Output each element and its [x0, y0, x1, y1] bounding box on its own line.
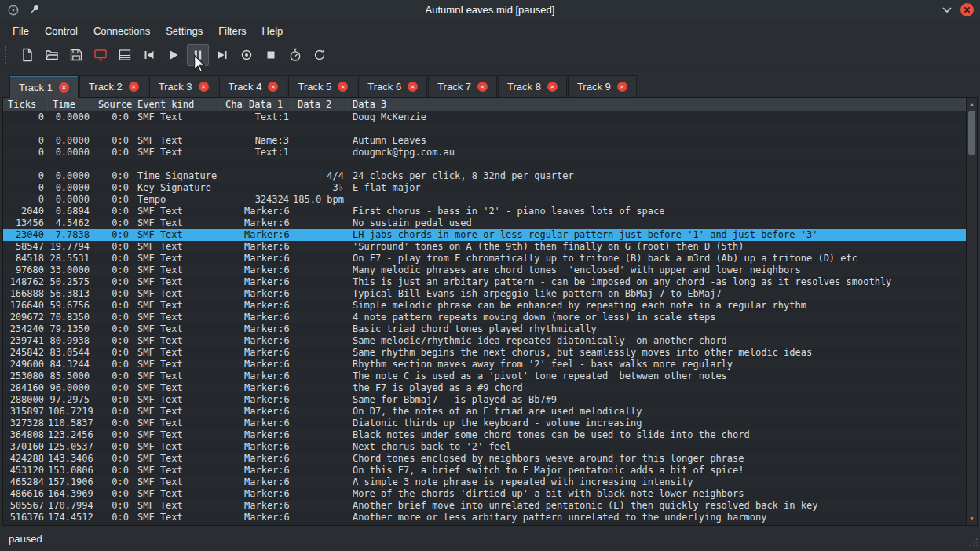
cell-ticks: 249600 — [3, 359, 48, 370]
column-header-source[interactable]: Source — [93, 98, 133, 111]
column-header-time[interactable]: Time — [48, 98, 93, 111]
table-row[interactable]: 00.00000:0SMF TextText:1Doug McKenzie — [3, 111, 966, 123]
close-button[interactable] — [960, 3, 974, 16]
tab-track-2[interactable]: Track 2✕ — [79, 75, 148, 97]
cell-event-kind: SMF Text — [133, 335, 221, 347]
menu-item-settings[interactable]: Settings — [158, 22, 210, 40]
tab-close-icon[interactable]: ✕ — [268, 82, 278, 92]
tab-track-7[interactable]: Track 7✕ — [428, 75, 497, 97]
table-row[interactable]: 465284157.19060:0SMF TextMarker:6A simpl… — [3, 476, 966, 488]
table-row[interactable]: 24960084.32440:0SMF TextMarker:6Rhythm s… — [3, 359, 966, 370]
tab-close-icon[interactable]: ✕ — [338, 82, 348, 92]
table-row[interactable] — [3, 159, 966, 170]
table-row[interactable]: 8451828.55310:0SMF TextMarker:6On F7 - p… — [3, 253, 966, 265]
tab-close-icon[interactable]: ✕ — [129, 82, 139, 92]
table-row[interactable]: 00.00000:0Key Signature3♭E flat major — [3, 182, 966, 194]
scroll-up-icon[interactable]: ▲ — [967, 100, 977, 109]
menu-item-filters[interactable]: Filters — [210, 22, 254, 40]
table-row[interactable]: 505567170.79940:0SMF TextMarker:6Another… — [3, 500, 966, 512]
table-row[interactable]: 453120153.08060:0SMF TextMarker:6On this… — [3, 465, 966, 476]
table-row[interactable]: 23424079.13500:0SMF TextMarker:6Basic tr… — [3, 323, 966, 335]
skip-backward-button[interactable] — [138, 44, 160, 66]
cell-chan — [221, 335, 244, 347]
loop-button[interactable] — [309, 44, 331, 66]
column-header-ticks[interactable]: Ticks — [3, 98, 48, 111]
table-row[interactable]: 20967270.83500:0SMF TextMarker:64 note p… — [3, 312, 966, 323]
table-row[interactable]: 28800097.29750:0SMF TextMarker:6Same for… — [3, 394, 966, 406]
tab-track-8[interactable]: Track 8✕ — [498, 75, 567, 97]
cell-time: 174.4512 — [48, 512, 93, 524]
stopwatch-button[interactable] — [284, 44, 306, 66]
table-row[interactable]: 14876250.25750:0SMF TextMarker:6This is … — [3, 276, 966, 288]
table-row[interactable]: 17664059.67560:0SMF TextMarker:6Simple m… — [3, 300, 966, 312]
table-row[interactable]: 5854719.77940:0SMF TextMarker:6'Surround… — [3, 241, 966, 253]
skip-forward-button[interactable] — [211, 44, 233, 66]
tab-close-icon[interactable]: ✕ — [59, 82, 69, 93]
cell-chan — [221, 512, 244, 524]
table-row[interactable]: 00.00000:0SMF TextText:1dougmck@tpg.com.… — [3, 147, 966, 159]
cell-event-kind: SMF Text — [133, 229, 221, 241]
open-file-button[interactable] — [41, 44, 63, 66]
table-row[interactable]: 424288143.34060:0SMF TextMarker:6Chord t… — [3, 453, 966, 465]
tab-close-icon[interactable]: ✕ — [199, 82, 209, 92]
table-row[interactable]: 28416096.00000:0SMF TextMarker:6the F7 i… — [3, 382, 966, 394]
cell-ticks: 166888 — [3, 288, 48, 300]
resize-grip[interactable] — [970, 537, 978, 549]
table-row[interactable]: 25308085.50000:0SMF TextMarker:6The note… — [3, 370, 966, 382]
save-button[interactable] — [65, 44, 87, 66]
table-row[interactable]: 486616164.39690:0SMF TextMarker:6More of… — [3, 488, 966, 500]
menu-item-file[interactable]: File — [5, 22, 37, 40]
column-header-data-1[interactable]: Data 1 — [244, 98, 293, 111]
menu-bar: FileControlConnectionsSettingsFiltersHel… — [0, 20, 980, 42]
table-row[interactable] — [3, 123, 966, 135]
cell-event-kind: SMF Text — [133, 111, 221, 123]
menu-item-help[interactable]: Help — [254, 22, 291, 40]
pause-button[interactable] — [187, 44, 209, 66]
column-header-data-3[interactable]: Data 3 — [348, 98, 966, 111]
table-row[interactable]: 315897106.72190:0SMF TextMarker:6On D7, … — [3, 406, 966, 418]
cell-event-kind: SMF Text — [133, 441, 221, 453]
tab-close-icon[interactable]: ✕ — [408, 82, 418, 92]
column-header-chan[interactable]: Chan — [221, 98, 244, 111]
table-row[interactable]: 134564.54620:0SMF TextMarker:6No sustain… — [3, 217, 966, 229]
record-button[interactable] — [236, 44, 258, 66]
table-row[interactable]: 00.00000:0SMF TextName:3Autumn Leaves — [3, 135, 966, 147]
toolbar-handle[interactable] — [5, 46, 10, 64]
tab-close-icon[interactable]: ✕ — [547, 82, 558, 92]
tab-track-4[interactable]: Track 4✕ — [219, 75, 288, 97]
table-row[interactable]: 9768033.00000:0SMF TextMarker:6Many melo… — [3, 265, 966, 276]
menu-item-control[interactable]: Control — [37, 22, 86, 40]
chevron-down-icon[interactable] — [942, 5, 953, 16]
table-row[interactable]: 20400.68940:0SMF TextMarker:6First choru… — [3, 206, 966, 217]
table-row[interactable]: 516376174.45120:0SMF TextMarker:6Another… — [3, 512, 966, 524]
tab-track-3[interactable]: Track 3✕ — [149, 75, 218, 97]
column-header-data-2[interactable]: Data 2 — [293, 98, 348, 111]
table-row[interactable]: 23974180.99380:0SMF TextMarker:6Same mel… — [3, 335, 966, 347]
new-file-button[interactable] — [16, 44, 38, 66]
tab-track-1[interactable]: Track 1✕ — [9, 75, 79, 98]
scroll-down-icon[interactable]: ▼ — [967, 514, 977, 524]
table-row[interactable]: 327328110.58370:0SMF TextMarker:6Diatoni… — [3, 418, 966, 429]
table-row[interactable]: 364808123.24560:0SMF TextMarker:6Black n… — [3, 429, 966, 441]
monitor-button[interactable] — [90, 44, 112, 66]
tab-track-9[interactable]: Track 9✕ — [568, 75, 637, 97]
table-row[interactable]: 00.00000:0Time Signature4/424 clocks per… — [3, 170, 966, 182]
table-row[interactable]: 16688856.38130:0SMF TextMarker:6Typical … — [3, 288, 966, 300]
play-button[interactable] — [163, 44, 185, 66]
table-row[interactable]: 230407.78380:0SMF TextMarker:6LH jabs ch… — [3, 229, 966, 241]
pin-icon[interactable] — [27, 3, 41, 17]
tab-close-icon[interactable]: ✕ — [617, 82, 627, 92]
table-row[interactable]: 00.00000:0Tempo324324185.0 bpm — [3, 194, 966, 206]
cell-data-1: Marker:6 — [244, 370, 293, 382]
vertical-scrollbar[interactable]: ▲ ▼ — [966, 98, 977, 525]
table-row[interactable]: 370160125.05370:0SMF TextMarker:6Next ch… — [3, 441, 966, 453]
tab-track-6[interactable]: Track 6✕ — [358, 75, 427, 97]
event-list-button[interactable] — [114, 44, 136, 66]
tab-close-icon[interactable]: ✕ — [477, 82, 488, 92]
scroll-thumb[interactable] — [968, 111, 975, 155]
menu-item-connections[interactable]: Connections — [86, 22, 158, 40]
tab-track-5[interactable]: Track 5✕ — [288, 75, 357, 97]
table-row[interactable]: 24584283.05440:0SMF TextMarker:6Same rhy… — [3, 347, 966, 359]
column-header-event-kind[interactable]: Event kind — [133, 98, 221, 111]
stop-button[interactable] — [260, 44, 282, 66]
